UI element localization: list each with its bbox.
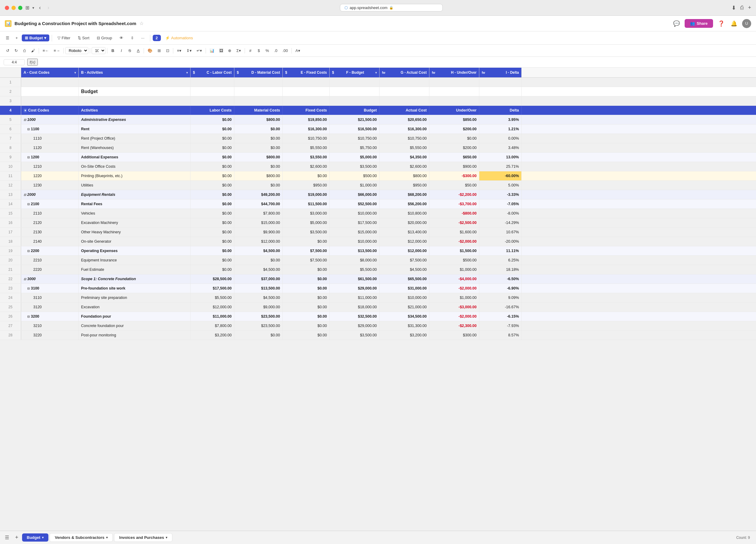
- star-icon[interactable]: ☆: [139, 21, 144, 26]
- cell[interactable]: ⊟1000: [21, 115, 79, 124]
- cell[interactable]: 3110: [21, 293, 79, 302]
- cell[interactable]: Administrative Expenses: [79, 115, 191, 124]
- image-button[interactable]: 🖼: [217, 47, 225, 54]
- cell[interactable]: $15,000.00: [234, 218, 283, 227]
- cell[interactable]: $850.00: [429, 115, 479, 124]
- hash-button[interactable]: #: [246, 47, 254, 54]
- cell[interactable]: $19,850.00: [283, 115, 330, 124]
- cell[interactable]: $5,000.00: [283, 218, 330, 227]
- invoices-tab[interactable]: Invoices and Purchases ▾: [114, 533, 172, 542]
- cell[interactable]: Rent (Warehouses): [79, 143, 191, 152]
- cell[interactable]: $10,000.00: [330, 237, 380, 246]
- cell[interactable]: -$2,200.00: [429, 190, 479, 199]
- cell[interactable]: $65,500.00: [380, 274, 429, 283]
- notification-bell[interactable]: 🔔: [729, 19, 738, 28]
- cell[interactable]: $0.00: [191, 265, 234, 274]
- cell[interactable]: Delta: [479, 106, 522, 115]
- cell[interactable]: Equipment Insurance: [79, 256, 191, 265]
- cell[interactable]: $800.00: [380, 171, 429, 181]
- cell[interactable]: $3,550.00: [283, 153, 330, 162]
- cell[interactable]: Excavation Machinery: [79, 218, 191, 227]
- cell[interactable]: $4,500.00: [380, 265, 429, 274]
- cell[interactable]: $0.00: [191, 256, 234, 265]
- cell[interactable]: $17,500.00: [191, 284, 234, 293]
- cell[interactable]: $9,900.00: [234, 228, 283, 237]
- back-button[interactable]: ‹: [37, 4, 43, 11]
- cell[interactable]: [479, 87, 522, 96]
- col-header-d[interactable]: $ D - Material Cost: [234, 68, 283, 77]
- percent-button[interactable]: %: [263, 47, 271, 54]
- col-f-dropdown-icon[interactable]: ▾: [375, 71, 377, 74]
- cell[interactable]: $0.00: [283, 171, 330, 181]
- fx-button[interactable]: f(x): [27, 59, 38, 66]
- cell[interactable]: $16,300.00: [283, 125, 330, 134]
- download-icon[interactable]: ⬇: [732, 5, 736, 11]
- cell[interactable]: Utilities: [79, 181, 191, 190]
- cell[interactable]: ⊟3000: [21, 274, 79, 283]
- cell[interactable]: $0.00: [283, 321, 330, 330]
- cell[interactable]: On-site Generator: [79, 237, 191, 246]
- cell[interactable]: 13.00%: [479, 153, 522, 162]
- align-horizontal-button[interactable]: ≡▾: [175, 47, 184, 54]
- bold-button[interactable]: B: [109, 47, 117, 54]
- font-family-select[interactable]: Roboto: [65, 47, 88, 54]
- cell[interactable]: $4,500.00: [234, 293, 283, 302]
- cell[interactable]: $900.00: [429, 162, 479, 171]
- cell[interactable]: $0.00: [234, 181, 283, 190]
- cell[interactable]: $3,500.00: [330, 331, 380, 340]
- cell[interactable]: $3,500.00: [330, 162, 380, 171]
- cell[interactable]: Concrete foundation pour: [79, 321, 191, 330]
- cell[interactable]: [479, 96, 522, 106]
- cell[interactable]: $0.00: [283, 284, 330, 293]
- cell[interactable]: Excavation: [79, 302, 191, 311]
- cell[interactable]: Additional Expenses: [79, 153, 191, 162]
- cell[interactable]: Equipment Rentals: [79, 190, 191, 199]
- group-button[interactable]: ⊟ Group: [94, 34, 115, 41]
- col-header-e[interactable]: $ E - Fixed Costs: [283, 68, 330, 77]
- font-size-select[interactable]: 10: [92, 47, 106, 54]
- cell[interactable]: ⊟1100: [21, 125, 79, 134]
- indent-increase-button[interactable]: ≡→: [52, 47, 62, 54]
- cell[interactable]: [21, 78, 79, 87]
- cell[interactable]: $0.00: [191, 153, 234, 162]
- cell[interactable]: -$2,300.00: [429, 321, 479, 330]
- cell[interactable]: Labor Costs: [191, 106, 234, 115]
- cell[interactable]: 5.00%: [479, 181, 522, 190]
- cell[interactable]: $0.00: [191, 115, 234, 124]
- cell[interactable]: $5,000.00: [330, 153, 380, 162]
- cell[interactable]: -$4,000.00: [429, 274, 479, 283]
- cell[interactable]: [330, 78, 380, 87]
- cell[interactable]: [330, 87, 380, 96]
- cell[interactable]: $0.00: [234, 143, 283, 152]
- cell[interactable]: 3120: [21, 302, 79, 311]
- cell[interactable]: 1120: [21, 143, 79, 152]
- cell[interactable]: $61,500.00: [330, 274, 380, 283]
- cell[interactable]: $0.00: [191, 125, 234, 134]
- cell[interactable]: $500.00: [429, 256, 479, 265]
- budget-tab[interactable]: Budget ▾: [22, 533, 49, 542]
- cell[interactable]: [79, 96, 191, 106]
- cell[interactable]: $52,500.00: [330, 200, 380, 209]
- redo-button[interactable]: ↻: [12, 47, 20, 54]
- cell[interactable]: $950.00: [283, 181, 330, 190]
- cell[interactable]: $1,500.00: [429, 246, 479, 256]
- cell[interactable]: On-Site Office Costs: [79, 162, 191, 171]
- cell[interactable]: -60.00%: [479, 171, 522, 181]
- cell[interactable]: Foundation pour: [79, 312, 191, 321]
- cell[interactable]: [429, 96, 479, 106]
- cell[interactable]: $0.00: [234, 256, 283, 265]
- cell[interactable]: $0.00: [283, 331, 330, 340]
- cell[interactable]: $20,000.00: [380, 218, 429, 227]
- cell[interactable]: -$800.00: [429, 209, 479, 218]
- cell[interactable]: $20,650.00: [380, 115, 429, 124]
- cell[interactable]: $0.00: [283, 312, 330, 321]
- share-button[interactable]: 👥 Share: [685, 19, 713, 28]
- url-bar[interactable]: ⬡ app.spreadsheet.com 🔒: [340, 4, 443, 11]
- cell[interactable]: $18,000.00: [330, 302, 380, 311]
- cell[interactable]: 3.95%: [479, 115, 522, 124]
- cell[interactable]: $9,000.00: [234, 302, 283, 311]
- cell[interactable]: $7,500.00: [283, 246, 330, 256]
- cell[interactable]: -7.05%: [479, 200, 522, 209]
- cell[interactable]: $16,300.00: [380, 125, 429, 134]
- filter-dropdown-icon[interactable]: ▾: [24, 109, 27, 112]
